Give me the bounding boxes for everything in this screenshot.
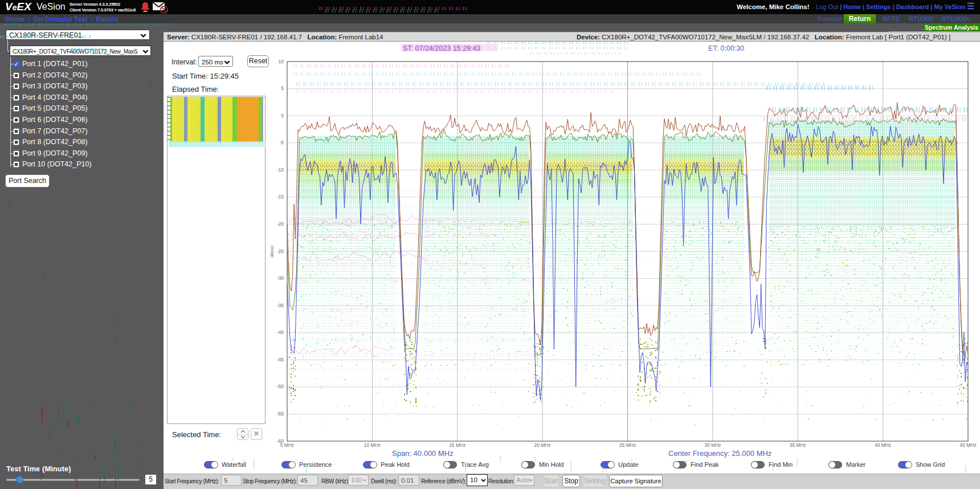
svg-text:15 MHz: 15 MHz bbox=[449, 442, 466, 448]
svg-text:25 MHz: 25 MHz bbox=[619, 442, 636, 448]
svg-text:20 MHz: 20 MHz bbox=[534, 442, 550, 448]
svg-text:-25: -25 bbox=[277, 248, 284, 254]
svg-text:-20: -20 bbox=[277, 221, 284, 227]
svg-text:5: 5 bbox=[281, 85, 284, 91]
svg-text:-40: -40 bbox=[277, 329, 284, 335]
svg-text:35 MHz: 35 MHz bbox=[790, 442, 806, 448]
svg-text:-45: -45 bbox=[277, 357, 284, 362]
svg-text:45 MHz: 45 MHz bbox=[959, 442, 976, 448]
svg-text:30 MHz: 30 MHz bbox=[704, 442, 721, 448]
svg-text:-10: -10 bbox=[277, 167, 284, 173]
svg-text:10: 10 bbox=[279, 59, 284, 64]
svg-text:0: 0 bbox=[281, 113, 284, 119]
svg-text:dBmV: dBmV bbox=[270, 244, 275, 257]
svg-text:-55: -55 bbox=[277, 411, 284, 417]
svg-text:-5: -5 bbox=[279, 140, 284, 145]
svg-text:-30: -30 bbox=[277, 275, 284, 281]
svg-text:5 MHz: 5 MHz bbox=[280, 442, 295, 448]
svg-text:40 MHz: 40 MHz bbox=[875, 442, 891, 448]
svg-text:-15: -15 bbox=[277, 194, 284, 199]
svg-text:-35: -35 bbox=[277, 303, 284, 308]
svg-text:10 MHz: 10 MHz bbox=[364, 442, 381, 448]
svg-text:-50: -50 bbox=[277, 384, 284, 389]
